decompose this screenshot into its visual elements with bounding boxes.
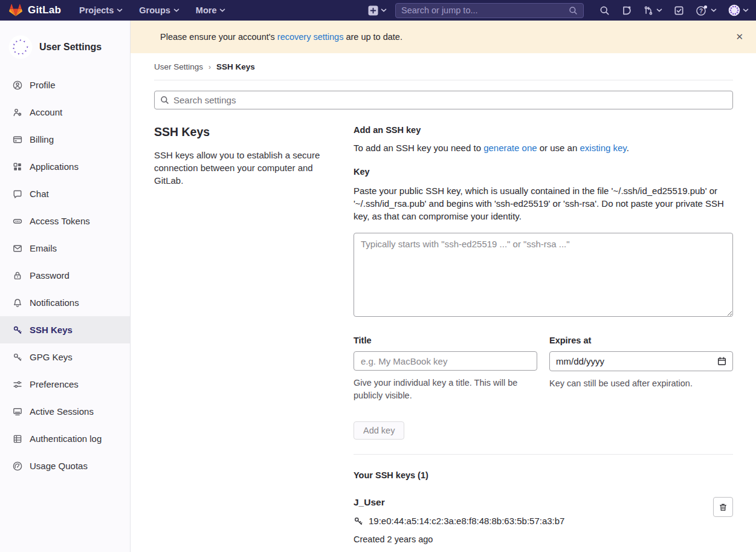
todos-button[interactable]: [674, 5, 684, 16]
trash-icon: [719, 502, 728, 512]
gitlab-logo-icon: [8, 4, 23, 18]
sidebar-item-account[interactable]: Account: [0, 99, 130, 126]
comment-icon: [13, 189, 22, 199]
title-field-label: Title: [354, 336, 537, 345]
brand-name: GitLab: [28, 4, 61, 16]
settings-search-input[interactable]: [173, 95, 727, 105]
nav-groups[interactable]: Groups: [139, 5, 179, 15]
sidebar-item-usage-quotas[interactable]: Usage Quotas: [0, 452, 130, 479]
plus-menu-icon: [368, 5, 378, 16]
svg-text:?: ?: [699, 7, 703, 14]
sidebar-header: User Settings: [0, 21, 130, 71]
navbar-icon-group: ?: [599, 4, 749, 16]
sidebar-item-label: GPG Keys: [30, 352, 73, 362]
user-settings-avatar: [8, 35, 33, 59]
settings-sidebar: User Settings Profile Account Billing Ap…: [0, 21, 131, 552]
your-ssh-keys-heading: Your SSH keys (1): [354, 470, 733, 480]
sidebar-item-emails[interactable]: Emails: [0, 235, 130, 262]
user-menu[interactable]: [728, 4, 749, 16]
monitor-icon: [13, 407, 22, 417]
grid-icon: [13, 162, 22, 172]
breadcrumb-user-settings[interactable]: User Settings: [154, 62, 203, 71]
sidebar-item-label: Account: [30, 107, 62, 117]
sidebar-item-billing[interactable]: Billing: [0, 126, 130, 153]
gitlab-home-link[interactable]: GitLab: [8, 4, 61, 18]
existing-key-link[interactable]: existing key: [580, 143, 626, 153]
key-icon: [13, 325, 22, 335]
page-description: SSH keys allow you to establish a secure…: [154, 149, 335, 187]
breadcrumb-current: SSH Keys: [216, 62, 255, 71]
title-input[interactable]: [354, 351, 537, 371]
search-icon: [160, 96, 169, 105]
merge-requests-menu[interactable]: [643, 5, 662, 16]
avatar: [728, 4, 740, 16]
page-title: SSH Keys: [154, 125, 335, 139]
expires-at-input[interactable]: mm/dd/yyyy: [549, 351, 733, 371]
breadcrumb-separator: ›: [208, 63, 211, 71]
merge-requests-icon: [643, 5, 654, 16]
sidebar-item-preferences[interactable]: Preferences: [0, 371, 130, 398]
expires-field-label: Expires at: [549, 336, 733, 345]
sidebar-item-applications[interactable]: Applications: [0, 153, 130, 180]
sidebar-item-ssh-keys[interactable]: SSH Keys: [0, 316, 130, 343]
ssh-key-created: Created 2 years ago: [354, 534, 564, 544]
nav-more[interactable]: More: [196, 5, 226, 15]
key-field-help: Paste your public SSH key, which is usua…: [354, 184, 733, 222]
sidebar-item-label: Profile: [30, 80, 56, 90]
generate-one-link[interactable]: generate one: [483, 143, 537, 153]
chevron-down-icon: [173, 8, 179, 13]
sidebar-item-profile[interactable]: Profile: [0, 71, 130, 99]
delete-key-button[interactable]: [713, 497, 733, 517]
calendar-icon[interactable]: [717, 357, 726, 366]
search-toggle-button[interactable]: [599, 5, 610, 16]
recovery-settings-link[interactable]: recovery settings: [277, 32, 344, 42]
chevron-down-icon: [117, 8, 123, 13]
section-divider: [354, 454, 733, 455]
recovery-settings-alert: Please ensure your account's recovery se…: [131, 21, 756, 53]
credit-card-icon: [13, 135, 22, 144]
sidebar-item-gpg-keys[interactable]: GPG Keys: [0, 343, 130, 371]
token-icon: [13, 216, 22, 226]
lock-icon: [13, 271, 22, 281]
gauge-icon: [13, 461, 22, 471]
ssh-key-name: J_User: [354, 497, 564, 508]
mail-icon: [13, 244, 22, 253]
ssh-key-list-item: J_User 19:e0:44:a5:14:c2:3a:e8:f8:48:8b:…: [354, 497, 733, 552]
sidebar-item-label: Access Tokens: [30, 216, 90, 226]
chevron-down-icon: [711, 8, 717, 13]
help-icon: ?: [696, 5, 708, 16]
sidebar-item-chat[interactable]: Chat: [0, 180, 130, 207]
sidebar-item-label: Notifications: [30, 297, 79, 308]
key-icon: [354, 516, 363, 526]
sidebar-item-label: Active Sessions: [30, 406, 94, 417]
bell-icon: [13, 298, 22, 308]
sidebar-item-label: Emails: [30, 243, 57, 253]
add-ssh-key-heading: Add an SSH key: [354, 125, 733, 135]
help-menu[interactable]: ?: [696, 5, 717, 16]
ssh-key-details: J_User 19:e0:44:a5:14:c2:3a:e8:f8:48:8b:…: [354, 497, 564, 552]
sidebar-item-password[interactable]: Password: [0, 262, 130, 289]
settings-search: [154, 91, 733, 109]
chevron-down-icon: [381, 8, 387, 13]
global-search-input[interactable]: [401, 5, 569, 15]
chevron-down-icon: [219, 8, 225, 13]
sidebar-item-active-sessions[interactable]: Active Sessions: [0, 398, 130, 425]
nav-projects[interactable]: Projects: [79, 5, 123, 15]
sidebar-item-label: Billing: [30, 134, 54, 144]
sidebar-item-notifications[interactable]: Notifications: [0, 289, 130, 316]
sidebar-title: User Settings: [39, 42, 102, 53]
new-item-menu[interactable]: [368, 5, 387, 16]
global-search[interactable]: [395, 3, 584, 18]
search-icon: [569, 6, 578, 15]
add-key-button[interactable]: Add key: [354, 421, 404, 440]
user-gear-icon: [13, 108, 22, 117]
sidebar-item-label: Applications: [30, 161, 79, 172]
sidebar-item-authentication-log[interactable]: Authentication log: [0, 425, 130, 452]
issues-button[interactable]: [621, 5, 632, 16]
alert-close-button[interactable]: ✕: [735, 31, 743, 42]
expires-at-value: mm/dd/yyyy: [556, 356, 604, 366]
ssh-key-textarea[interactable]: [354, 233, 733, 317]
sidebar-item-label: SSH Keys: [30, 325, 73, 335]
key-field-label: Key: [354, 167, 733, 177]
sidebar-item-access-tokens[interactable]: Access Tokens: [0, 207, 130, 235]
